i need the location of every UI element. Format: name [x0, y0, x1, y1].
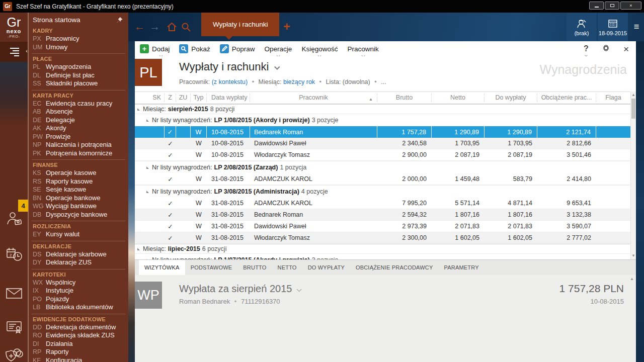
column-header-data-wyplaty[interactable]: Data wypłaty: [207, 94, 250, 102]
sidebar-item-rs[interactable]: RSRaporty kasowe: [32, 177, 125, 186]
back-button[interactable]: ←: [134, 21, 145, 33]
sidebar-item-rp[interactable]: RPRaporty: [32, 348, 125, 356]
vertical-scrollbar[interactable]: ▲ ▼: [630, 92, 636, 259]
show-button[interactable]: Pokaż: [179, 44, 210, 53]
settings-button[interactable]: [602, 44, 610, 54]
collapse-chevron-icon[interactable]: ‹: [26, 48, 28, 54]
sidebar-item-wg[interactable]: WGWyciągi bankowe: [32, 202, 125, 211]
sidebar-item-np[interactable]: NPNaliczenia i potrącenia: [32, 141, 125, 149]
table-row[interactable]: ✓W10-08-2015Bednarek Roman1 757,281 290,…: [135, 126, 636, 138]
detail-tab-netto[interactable]: NETTO: [272, 260, 302, 275]
table-row[interactable]: ✓W31-08-2015ADAMCZUK KAROL7 995,205 571,…: [135, 198, 636, 209]
table-row[interactable]: ✓W31-08-2015Bednarek Roman2 594,321 807,…: [135, 209, 636, 221]
sidebar-item-lb[interactable]: LBBiblioteka dokumentów: [32, 303, 125, 312]
sidebar-item-ks[interactable]: KSOperacje kasowe: [32, 169, 125, 177]
filter-value-miesiac[interactable]: bieżący rok: [283, 78, 315, 85]
sidebar-item-ss[interactable]: SSSkładniki płacowe: [32, 79, 125, 88]
table-row[interactable]: ✓W31-08-2015Dawidowski Paweł2 973,392 07…: [135, 221, 636, 232]
pin-icon[interactable]: [116, 17, 123, 24]
sidebar-item-se[interactable]: SESesje kasowe: [32, 186, 125, 194]
insurance-shield-icon[interactable]: [5, 345, 23, 362]
column-header-typ[interactable]: Typ: [191, 94, 207, 102]
maximize-button[interactable]: [605, 2, 619, 10]
sidebar-item-ab[interactable]: ABAbsencje: [32, 108, 125, 116]
detail-tab-do-wyp-aty[interactable]: DO WYPŁATY: [302, 260, 350, 275]
sidebar-item-ix[interactable]: IXInstytucje: [32, 287, 125, 295]
collapse-triangle-icon[interactable]: [146, 119, 149, 122]
table-row[interactable]: ✓W10-08-2015Włodarczyk Tomasz2 900,002 0…: [135, 149, 636, 161]
panel-scroll-up-icon[interactable]: ▲: [630, 277, 634, 281]
table-row[interactable]: ✓W10-08-2015Dawidowski Paweł2 340,581 70…: [135, 138, 636, 149]
detail-tab-podstawowe[interactable]: PODSTAWOWE: [185, 260, 238, 275]
operations-menu[interactable]: Operacje: [265, 45, 292, 53]
sidebar-item-ro[interactable]: ROEwidencja składek ZUS: [32, 331, 125, 340]
group-row-list[interactable]: Nr listy wynagrodzeń:LP 2/08/2015 (Zarzą…: [135, 161, 636, 173]
column-header-sk[interactable]: SK: [135, 94, 165, 102]
filter-more[interactable]: ...: [381, 78, 386, 85]
sidebar-item-po[interactable]: POPojazdy: [32, 295, 125, 304]
forward-button[interactable]: →: [149, 21, 160, 33]
home-icon[interactable]: [167, 22, 177, 32]
employee-menu[interactable]: Pracownik: [347, 45, 378, 53]
close-module-button[interactable]: ×: [623, 44, 629, 54]
modules-menu-button[interactable]: ‹: [0, 42, 28, 62]
detail-title[interactable]: Wypłata za sierpień 2015: [179, 283, 300, 295]
search-icon[interactable]: [181, 22, 191, 32]
column-header-z[interactable]: Z: [165, 94, 176, 102]
sidebar-item-dy[interactable]: DYDeklaracje ZUS: [32, 258, 125, 267]
collapse-triangle-icon[interactable]: [146, 166, 149, 169]
new-tab-button[interactable]: +: [283, 20, 290, 34]
close-window-button[interactable]: ×: [620, 2, 641, 10]
employee-payroll-icon[interactable]: [5, 210, 23, 228]
group-row-list[interactable]: Nr listy wynagrodzeń:LP 1/08/2015 (Akord…: [135, 114, 636, 126]
scroll-down-icon[interactable]: ▼: [631, 253, 636, 258]
collapse-triangle-icon[interactable]: [137, 108, 140, 111]
minimize-button[interactable]: [589, 2, 604, 10]
sidebar-item-pk[interactable]: PKPotrącenia komornicze: [32, 149, 125, 158]
column-header-flaga[interactable]: Flaga: [596, 94, 630, 102]
scrollbar-thumb[interactable]: [631, 99, 635, 119]
group-row-month[interactable]: Miesiąc:sierpień-20158 pozycji: [135, 104, 636, 114]
filter-value-pracownik[interactable]: (z kontekstu): [212, 78, 248, 85]
sidebar-item-ak[interactable]: AKAkordy: [32, 124, 125, 133]
app-menu-button[interactable]: ≡: [629, 13, 644, 41]
detail-tab-obci-enie-pracodawcy[interactable]: OBCIĄŻENIE PRACODAWCY: [350, 260, 439, 275]
help-button[interactable]: ?: [584, 44, 589, 53]
sidebar-item-ey[interactable]: EYKursy walut: [32, 230, 125, 239]
detail-tab-wizyt-wka[interactable]: WIZYTÓWKA: [139, 260, 185, 275]
sidebar-item-um[interactable]: UMUmowy: [32, 43, 125, 52]
sidebar-item-ec[interactable]: ECEwidencja czasu pracy: [32, 100, 125, 108]
group-row-list[interactable]: Nr listy wynagrodzeń:LP 3/08/2015 (Admin…: [135, 185, 636, 198]
table-row[interactable]: ✓W31-08-2015Włodarczyk Tomasz2 300,001 6…: [135, 232, 636, 244]
accounting-menu[interactable]: Księgowość: [301, 45, 338, 53]
tab-wyplaty-i-rachunki[interactable]: Wypłaty i rachunki: [201, 13, 279, 36]
sidebar-item-pl[interactable]: PLWynagrodzenia: [32, 63, 125, 71]
sidebar-item-ds[interactable]: DSDeklaracje skarbowe: [32, 250, 125, 259]
column-header-netto[interactable]: Netto: [432, 94, 485, 102]
collapse-triangle-icon[interactable]: [137, 248, 140, 250]
sidebar-item-kf[interactable]: KFKonfiguracja: [32, 356, 125, 362]
sidebar-item-db[interactable]: DBDyspozycje bankowe: [32, 211, 125, 219]
collapse-triangle-icon[interactable]: [146, 259, 149, 260]
sidebar-item-di[interactable]: DIDziałania: [32, 340, 125, 348]
page-title[interactable]: Wypłaty i rachunki: [179, 60, 278, 73]
user-button[interactable]: (brak): [567, 13, 597, 41]
group-row-list[interactable]: Nr listy wynagrodzeń:LP 1/07/2015 (Akord…: [135, 253, 636, 259]
column-header-do-wyplaty[interactable]: Do wypłaty: [485, 94, 537, 102]
sidebar-item-px[interactable]: PXPracownicy: [32, 35, 125, 43]
detail-tab-brutto[interactable]: BRUTTO: [237, 260, 272, 275]
add-button[interactable]: + Dodaj: [140, 44, 170, 53]
scroll-up-icon[interactable]: ▲: [631, 93, 636, 98]
sidebar-item-pw[interactable]: PWProwizje: [32, 133, 125, 141]
edit-button[interactable]: Popraw: [220, 44, 255, 53]
column-header-zu[interactable]: ZU: [176, 94, 191, 102]
column-header-pracownik[interactable]: Pracownik▲: [250, 94, 377, 102]
column-header-brutto[interactable]: Brutto: [377, 94, 432, 102]
sidebar-item-bn[interactable]: BNOperacje bankowe: [32, 194, 125, 203]
group-row-month[interactable]: Miesiąc:lipiec-20156 pozycji: [135, 244, 636, 253]
column-header-obciazenie[interactable]: Obciążenie prac...: [537, 94, 596, 102]
sidebar-item-wx[interactable]: WXWspólnicy: [32, 279, 125, 287]
calendar-clock-icon[interactable]: 2: [5, 246, 23, 264]
sidebar-item-dd[interactable]: DDDekretacja dokumentów: [32, 323, 125, 332]
certificate-icon[interactable]: [5, 318, 23, 336]
